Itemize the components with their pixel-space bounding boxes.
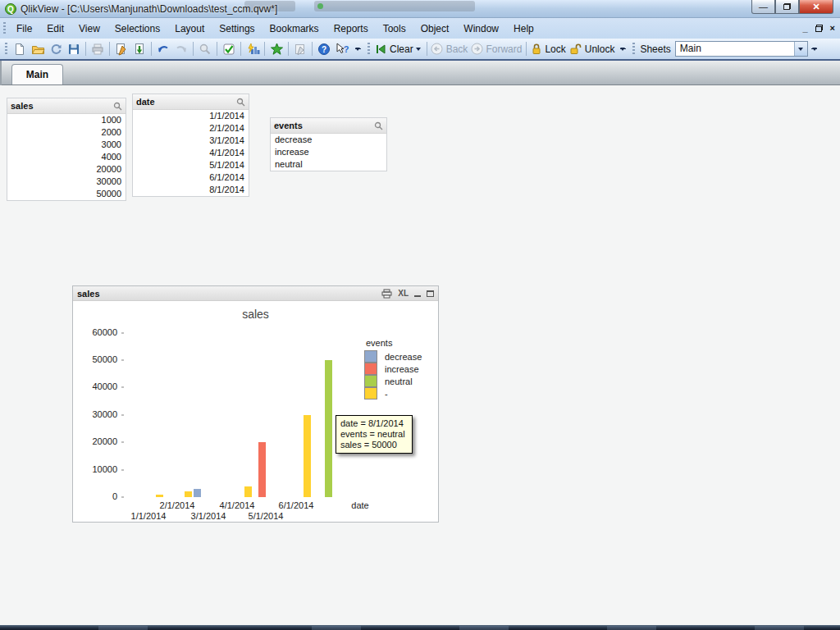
mdi-close-button[interactable]: ×	[830, 22, 835, 34]
chart-window-caption[interactable]: sales XL	[73, 286, 438, 301]
list-item[interactable]: 1000	[7, 114, 126, 126]
mdi-restore-button[interactable]	[815, 25, 823, 32]
chart-window-title: sales	[77, 289, 381, 299]
menu-item-reports[interactable]: Reports	[326, 20, 376, 38]
mdi-minimize-button[interactable]: _	[802, 22, 807, 34]
list-item[interactable]: 1/1/2014	[133, 110, 249, 122]
minimize-button[interactable]: —	[751, 0, 775, 14]
toolbar-grip[interactable]	[368, 43, 370, 56]
bar--[interactable]	[156, 495, 163, 497]
unlock-button[interactable]: Unlock	[585, 43, 615, 55]
help-button[interactable]: ?	[315, 40, 333, 57]
legend-label: -	[377, 389, 388, 399]
list-item[interactable]: 2000	[7, 126, 126, 139]
bar-increase[interactable]	[258, 442, 266, 497]
current-selections-button[interactable]	[220, 40, 238, 57]
toolbar-grip[interactable]	[5, 43, 7, 56]
y-axis-tick-label: 0	[80, 491, 117, 501]
listbox-sales-header[interactable]: sales	[7, 98, 126, 114]
menu-item-bookmarks[interactable]: Bookmarks	[262, 20, 326, 38]
menu-item-help[interactable]: Help	[506, 20, 541, 38]
reload-document-button[interactable]	[130, 40, 148, 57]
search-icon[interactable]	[113, 102, 122, 111]
tab-main[interactable]: Main	[11, 64, 63, 84]
list-item[interactable]: 2/1/2014	[133, 122, 249, 135]
notes-button[interactable]	[291, 40, 309, 57]
list-item[interactable]: neutral	[271, 158, 386, 171]
legend-label: neutral	[377, 377, 413, 386]
reload-button[interactable]	[47, 40, 65, 57]
y-axis-tick	[121, 359, 124, 361]
listbox-date-header[interactable]: date	[133, 94, 249, 110]
list-item[interactable]: 6/1/2014	[133, 171, 249, 184]
sheets-dropdown-button[interactable]	[794, 42, 807, 56]
bar--[interactable]	[185, 491, 192, 497]
search-icon[interactable]	[236, 98, 245, 107]
list-item[interactable]: 50000	[7, 188, 126, 200]
clear-button[interactable]: Clear	[390, 43, 413, 55]
quick-chart-wizard-button[interactable]	[244, 40, 262, 57]
close-button[interactable]: ✕	[799, 0, 833, 14]
legend-item-neutral: neutral	[364, 375, 422, 387]
lock-icon[interactable]	[529, 40, 543, 57]
new-document-button[interactable]	[11, 40, 29, 57]
menu-item-edit[interactable]: Edit	[39, 20, 71, 38]
bar--[interactable]	[304, 415, 311, 497]
export-excel-icon[interactable]: XL	[398, 289, 409, 298]
forward-button[interactable]: Forward	[486, 43, 522, 55]
list-item[interactable]: decrease	[271, 134, 386, 146]
minimize-icon[interactable]	[414, 295, 421, 297]
toolbar-overflow-chevron[interactable]	[353, 41, 363, 57]
list-item[interactable]: 3/1/2014	[133, 135, 249, 147]
menu-item-window[interactable]: Window	[456, 20, 506, 38]
list-item[interactable]: 3000	[7, 139, 126, 151]
toolbar-overflow-chevron[interactable]	[810, 41, 819, 57]
search-icon[interactable]	[374, 121, 383, 130]
back-icon[interactable]	[430, 40, 445, 57]
bar--[interactable]	[244, 486, 252, 497]
undo-button[interactable]	[154, 40, 172, 57]
bar-decrease[interactable]	[194, 489, 201, 497]
toolbar-overflow-chevron[interactable]	[618, 41, 628, 57]
whats-this-help-button[interactable]: ?	[333, 40, 351, 57]
list-item[interactable]: 4/1/2014	[133, 147, 249, 159]
save-button[interactable]	[65, 40, 83, 57]
listbox-events: events decreaseincreaseneutral	[270, 117, 387, 171]
back-button[interactable]: Back	[446, 43, 468, 55]
menu-item-layout[interactable]: Layout	[167, 20, 212, 38]
forward-icon[interactable]	[469, 40, 484, 57]
maximize-button[interactable]	[775, 0, 799, 14]
print-button[interactable]	[89, 40, 107, 57]
menu-item-tools[interactable]: Tools	[376, 20, 413, 38]
listbox-title: sales	[11, 101, 113, 111]
lock-button[interactable]: Lock	[545, 43, 565, 55]
legend-swatch	[364, 363, 377, 375]
listbox-events-header[interactable]: events	[271, 118, 386, 134]
clear-dropdown-caret[interactable]	[416, 48, 421, 51]
list-item[interactable]: 8/1/2014	[133, 184, 249, 196]
list-item[interactable]: increase	[271, 146, 386, 158]
bookmark-star-button[interactable]	[267, 40, 285, 57]
search-button[interactable]	[196, 40, 214, 57]
toolbar-grip[interactable]	[632, 43, 635, 56]
menu-item-view[interactable]: View	[71, 20, 107, 38]
print-icon[interactable]	[381, 289, 392, 299]
bar-neutral[interactable]	[325, 360, 332, 497]
open-file-button[interactable]	[29, 40, 47, 57]
menu-item-selections[interactable]: Selections	[107, 20, 167, 38]
edit-script-button[interactable]	[112, 40, 130, 57]
menu-item-file[interactable]: File	[9, 20, 39, 38]
sheets-combobox[interactable]: Main	[675, 41, 808, 57]
redo-button[interactable]	[172, 40, 190, 57]
clear-icon[interactable]	[373, 40, 388, 57]
menu-item-settings[interactable]: Settings	[212, 20, 262, 38]
chart-window-sales: sales XL sales eventsdecreaseincreaseneu…	[72, 285, 439, 523]
list-item[interactable]: 30000	[7, 176, 126, 188]
menu-item-object[interactable]: Object	[413, 20, 457, 38]
list-item[interactable]: 4000	[7, 151, 126, 163]
unlock-icon[interactable]	[568, 40, 583, 57]
list-item[interactable]: 20000	[7, 163, 126, 176]
list-item[interactable]: 5/1/2014	[133, 159, 249, 171]
maximize-icon[interactable]	[427, 290, 434, 297]
menubar-grip[interactable]	[3, 22, 6, 35]
